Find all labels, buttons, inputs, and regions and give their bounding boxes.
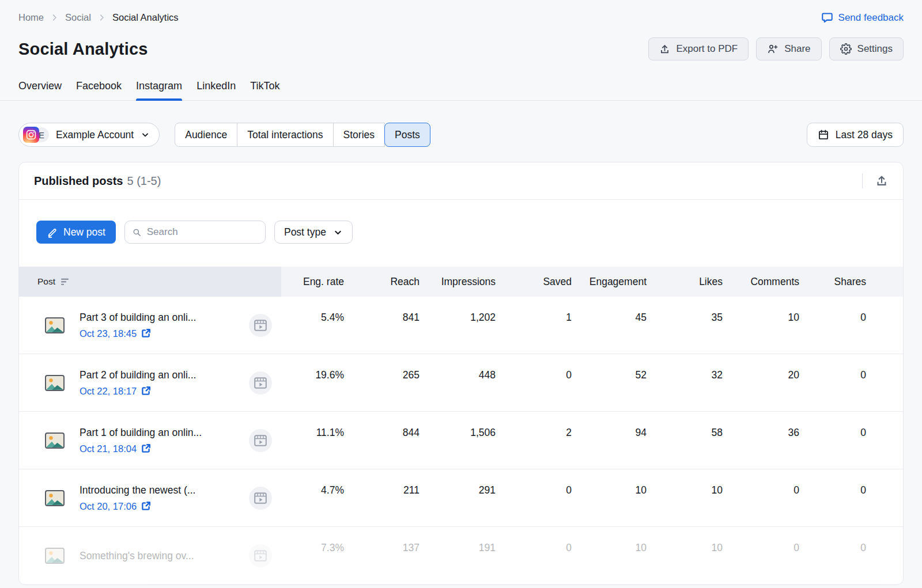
published-posts-card: Published posts5 (1-5) New post xyxy=(18,162,904,585)
saved-value: 1 xyxy=(496,311,572,324)
comments-value: 20 xyxy=(723,369,799,381)
chevron-right-icon xyxy=(50,13,59,22)
top-bar: HomeSocialSocial Analytics Send feedback xyxy=(18,0,904,24)
post-title: Part 3 of building an onli... xyxy=(80,311,196,324)
reach-value: 137 xyxy=(344,541,420,554)
reel-icon xyxy=(249,371,272,394)
table-row[interactable]: Part 2 of building an onli... Oct 22, 18… xyxy=(19,354,903,412)
column-header-post-label: Post xyxy=(37,276,55,287)
feedback-bubble-icon xyxy=(821,12,833,24)
post-text: Part 1 of building an onlin... Oct 21, 1… xyxy=(80,426,202,455)
tab-linkedin[interactable]: LinkedIn xyxy=(197,80,236,100)
impressions-value: 1,202 xyxy=(420,311,496,324)
post-date-link[interactable]: Oct 22, 18:17 xyxy=(80,385,196,397)
calendar-icon xyxy=(818,129,829,141)
impressions-value: 448 xyxy=(420,369,496,381)
breadcrumb-item-social[interactable]: Social xyxy=(65,12,91,23)
column-header-likes[interactable]: Likes xyxy=(647,275,723,288)
segment-total-interactions[interactable]: Total interactions xyxy=(237,123,333,147)
breadcrumb-item-home[interactable]: Home xyxy=(18,12,44,23)
export-table-button[interactable] xyxy=(875,174,888,187)
post-type-label: Post type xyxy=(284,226,326,238)
post-text: Something's brewing ov... xyxy=(80,549,194,562)
external-link-icon xyxy=(141,328,151,338)
post-date-link[interactable]: Oct 23, 18:45 xyxy=(80,327,196,340)
post-date-text: Oct 22, 18:17 xyxy=(80,385,137,397)
segment-posts[interactable]: Posts xyxy=(384,123,430,147)
column-header-impressions[interactable]: Impressions xyxy=(420,275,496,288)
reach-value: 841 xyxy=(344,311,420,324)
external-link-icon xyxy=(141,501,151,511)
new-post-label: New post xyxy=(63,226,105,238)
impressions-value: 191 xyxy=(420,541,496,554)
account-selector[interactable]: E Example Account xyxy=(18,123,160,147)
search-input[interactable] xyxy=(147,226,258,238)
table-row[interactable]: Part 3 of building an onli... Oct 23, 18… xyxy=(19,297,903,354)
tab-tiktok[interactable]: TikTok xyxy=(250,80,279,100)
table-row[interactable]: Introducing the newest (... Oct 20, 17:0… xyxy=(19,469,903,527)
engagement-value: 94 xyxy=(572,426,647,439)
engagement-value: 45 xyxy=(572,311,647,324)
settings-button[interactable]: Settings xyxy=(829,37,904,60)
impressions-value: 1,506 xyxy=(420,426,496,439)
table-row[interactable]: Part 1 of building an onlin... Oct 21, 1… xyxy=(19,412,903,469)
segment-audience[interactable]: Audience xyxy=(175,123,237,147)
comments-value: 0 xyxy=(723,484,799,496)
tab-overview[interactable]: Overview xyxy=(18,80,62,100)
share-button[interactable]: Share xyxy=(756,37,821,60)
export-pdf-label: Export to PDF xyxy=(676,43,738,55)
tab-facebook[interactable]: Facebook xyxy=(76,80,122,100)
reel-icon xyxy=(249,487,272,510)
share-label: Share xyxy=(784,43,810,55)
post-cell: Something's brewing ov... xyxy=(19,527,281,584)
export-pdf-button[interactable]: Export to PDF xyxy=(648,37,749,60)
table-row[interactable]: Something's brewing ov... 7.3% 137 191 0… xyxy=(19,527,903,585)
column-header-eng-rate[interactable]: Eng. rate xyxy=(281,275,344,288)
post-type-dropdown[interactable]: Post type xyxy=(274,221,353,244)
column-header-shares[interactable]: Shares xyxy=(799,275,903,288)
reel-icon xyxy=(249,314,272,337)
segment-stories[interactable]: Stories xyxy=(333,123,385,147)
external-link-icon xyxy=(141,443,151,453)
column-header-comments[interactable]: Comments xyxy=(723,275,799,288)
date-range-label: Last 28 days xyxy=(836,129,893,141)
shares-value: 0 xyxy=(799,426,903,439)
engagement-value: 10 xyxy=(572,541,647,554)
tab-instagram[interactable]: Instagram xyxy=(136,80,182,100)
post-title: Something's brewing ov... xyxy=(80,549,194,562)
shares-value: 0 xyxy=(799,541,903,554)
likes-value: 35 xyxy=(647,311,723,324)
post-title: Introducing the newest (... xyxy=(80,484,195,496)
shares-value: 0 xyxy=(799,484,903,496)
date-range-button[interactable]: Last 28 days xyxy=(807,123,904,147)
likes-value: 10 xyxy=(647,484,723,496)
settings-label: Settings xyxy=(857,43,893,55)
saved-value: 0 xyxy=(496,541,572,554)
post-text: Part 3 of building an onli... Oct 23, 18… xyxy=(80,311,196,340)
saved-value: 2 xyxy=(496,426,572,439)
table-body: Part 3 of building an onli... Oct 23, 18… xyxy=(19,297,903,585)
pencil-icon xyxy=(47,227,58,238)
column-header-post[interactable]: Post xyxy=(19,267,281,297)
reach-value: 265 xyxy=(344,369,420,381)
table-header: PostEng. rateReachImpressionsSavedEngage… xyxy=(19,267,903,297)
post-thumbnail-icon xyxy=(45,548,65,564)
search-icon xyxy=(132,227,142,238)
divider xyxy=(862,173,863,188)
sort-icon xyxy=(61,278,70,286)
tab-bar: OverviewFacebookInstagramLinkedInTikTok xyxy=(0,80,922,101)
post-date-link[interactable]: Oct 20, 17:06 xyxy=(80,500,195,513)
shares-value: 0 xyxy=(799,311,903,324)
new-post-button[interactable]: New post xyxy=(36,221,116,244)
impressions-value: 291 xyxy=(420,484,496,496)
post-date-link[interactable]: Oct 21, 18:04 xyxy=(80,442,202,455)
page: HomeSocialSocial Analytics Send feedback… xyxy=(0,0,922,588)
column-header-engagement[interactable]: Engagement xyxy=(572,275,647,288)
column-header-saved[interactable]: Saved xyxy=(496,275,572,288)
send-feedback-link[interactable]: Send feedback xyxy=(821,12,904,24)
person-plus-icon xyxy=(767,43,779,55)
filter-row: E Example Account AudienceTotal interact… xyxy=(18,123,904,147)
search-box[interactable] xyxy=(124,221,266,244)
column-header-reach[interactable]: Reach xyxy=(344,275,420,288)
post-title: Part 2 of building an onli... xyxy=(80,369,196,381)
